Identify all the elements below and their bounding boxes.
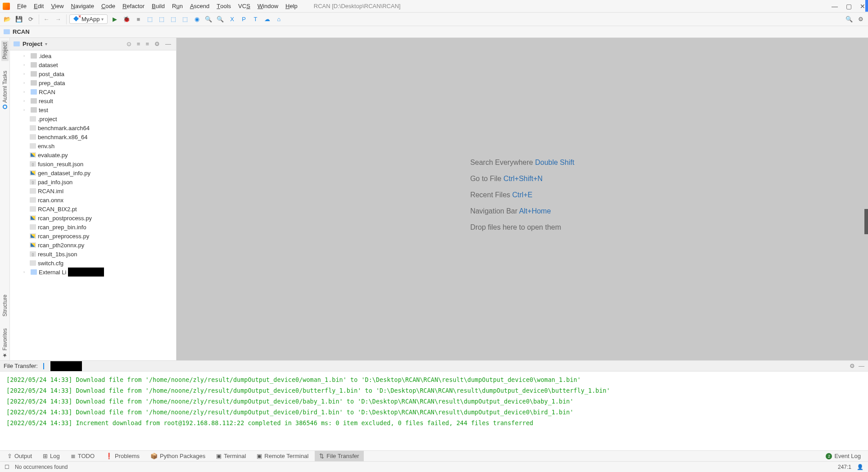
tab-event-log[interactable]: 2 Event Log xyxy=(821,451,865,461)
menu-run[interactable]: Run xyxy=(168,0,186,12)
reload-icon[interactable]: ⟳ xyxy=(26,15,35,24)
collapse-all-icon[interactable]: ≡ xyxy=(144,41,150,47)
menu-ascend[interactable]: Ascend xyxy=(186,0,213,12)
menu-refactor[interactable]: Refactor xyxy=(119,0,148,12)
tree-file[interactable]: benchmark.x86_64 xyxy=(10,132,176,141)
stop-button-icon[interactable]: ■ xyxy=(134,15,143,24)
file-icon xyxy=(30,251,36,257)
tree-folder[interactable]: ›test xyxy=(10,105,176,114)
menu-tools[interactable]: Tools xyxy=(213,0,235,12)
hide-panel-icon[interactable]: — xyxy=(164,41,172,47)
menu-code[interactable]: Code xyxy=(98,0,119,12)
expand-all-icon[interactable]: ≡ xyxy=(136,41,142,47)
locate-icon[interactable]: ⊙ xyxy=(125,41,133,47)
project-title[interactable]: Project xyxy=(23,41,42,47)
menu-view[interactable]: View xyxy=(47,0,67,12)
left-tool-gutter: Project Automl Tasks Structure ★Favorite… xyxy=(0,38,10,360)
tree-file[interactable]: env.sh xyxy=(10,141,176,150)
tab-log[interactable]: ⊞Log xyxy=(38,451,64,461)
toolbar-icon-7[interactable]: 🔍 xyxy=(216,15,225,24)
toolbar-icon-9[interactable]: P xyxy=(239,15,248,24)
tree-folder[interactable]: ›RCAN xyxy=(10,87,176,96)
tree-folder[interactable]: ›post_data xyxy=(10,69,176,78)
scroll-thumb[interactable] xyxy=(864,209,868,234)
tab-python-packages[interactable]: 📦Python Packages xyxy=(146,451,210,461)
menu-navigate[interactable]: Navigate xyxy=(68,0,98,12)
toolbar-icon-12[interactable]: ⌂ xyxy=(274,15,283,24)
tab-remote-terminal[interactable]: ▣Remote Terminal xyxy=(252,451,313,461)
tab-terminal[interactable]: ▣Terminal xyxy=(212,451,250,461)
tree-file[interactable]: pad_info.json xyxy=(10,177,176,186)
tree-file[interactable]: rcan_prep_bin.info xyxy=(10,222,176,231)
tree-folder[interactable]: ›prep_data xyxy=(10,78,176,87)
gutter-tab-structure[interactable]: Structure xyxy=(1,293,9,318)
tree-file[interactable]: rcan.onnx xyxy=(10,195,176,204)
breadcrumb-root[interactable]: RCAN xyxy=(13,28,30,35)
tree-file[interactable]: switch.cfg xyxy=(10,259,176,268)
editor-empty-area[interactable]: Search Everywhere Double ShiftGo to File… xyxy=(176,38,868,360)
tree-file[interactable]: result_1bs.json xyxy=(10,250,176,259)
tab-output[interactable]: ⇧Output xyxy=(3,451,36,461)
tree-file[interactable]: RCAN.iml xyxy=(10,186,176,195)
toolbar-icon-10[interactable]: T xyxy=(251,15,260,24)
tab-problems[interactable]: ❗Problems xyxy=(101,451,144,461)
external-libraries-node[interactable]: › External Li xyxy=(10,268,176,277)
tree-file[interactable]: evaluate.py xyxy=(10,150,176,159)
debug-button-icon[interactable]: 🐞 xyxy=(122,15,131,24)
toolbar-icon-5[interactable]: ◉ xyxy=(192,15,201,24)
gutter-tab-project[interactable]: Project xyxy=(1,41,9,61)
toolbar-icon-1[interactable]: ⬚ xyxy=(145,15,154,24)
tab-file-transfer[interactable]: ⇅File Transfer xyxy=(315,451,363,461)
tree-label: evaluate.py xyxy=(38,152,68,159)
inspection-icon[interactable]: 👤 xyxy=(857,464,863,470)
toolbar-icon-8[interactable]: X xyxy=(227,15,236,24)
tree-label: RCAN.iml xyxy=(38,188,63,195)
maximize-button[interactable]: ▢ xyxy=(846,3,852,10)
gutter-tab-favorites[interactable]: ★Favorites xyxy=(1,327,9,360)
nav-back-icon[interactable]: ← xyxy=(42,15,51,24)
tree-folder[interactable]: ›dataset xyxy=(10,60,176,69)
file-icon xyxy=(30,233,36,239)
tree-folder[interactable]: ›result xyxy=(10,96,176,105)
chevron-down-icon[interactable]: ▾ xyxy=(45,41,47,46)
tree-folder[interactable]: ›.idea xyxy=(10,51,176,60)
log-icon: ⊞ xyxy=(43,453,48,459)
menu-vcs[interactable]: VCS xyxy=(235,0,254,12)
tree-file[interactable]: RCAN_BIX2.pt xyxy=(10,204,176,213)
tab-todo[interactable]: ≣TODO xyxy=(66,451,99,461)
gutter-tab-automl[interactable]: Automl Tasks xyxy=(1,69,9,111)
toolbar-icon-11[interactable]: ☁ xyxy=(262,15,271,24)
minimize-button[interactable]: — xyxy=(832,3,838,10)
tree-file[interactable]: .project xyxy=(10,114,176,123)
tree-file[interactable]: fusion_result.json xyxy=(10,159,176,168)
tree-file[interactable]: gen_dataset_info.py xyxy=(10,168,176,177)
menu-file[interactable]: File xyxy=(14,0,30,12)
library-icon xyxy=(31,269,37,275)
panel-settings-icon[interactable]: ⚙ xyxy=(153,41,161,47)
open-icon[interactable]: 📂 xyxy=(3,15,12,24)
tree-label: rcan_pth2onnx.py xyxy=(38,242,84,249)
tree-file[interactable]: rcan_postprocess.py xyxy=(10,213,176,222)
tree-file[interactable]: rcan_preprocess.py xyxy=(10,231,176,241)
menu-help[interactable]: Help xyxy=(282,0,301,12)
toolbar-icon-2[interactable]: ⬚ xyxy=(157,15,166,24)
tree-file[interactable]: rcan_pth2onnx.py xyxy=(10,241,176,250)
menu-window[interactable]: Window xyxy=(254,0,282,12)
project-tree[interactable]: ›.idea›dataset›post_data›prep_data›RCAN›… xyxy=(10,50,176,360)
toolbar-icon-3[interactable]: ⬚ xyxy=(169,15,178,24)
close-button[interactable]: ✕ xyxy=(860,3,865,10)
file-transfer-console[interactable]: [2022/05/24 14:33] Download file from '/… xyxy=(0,372,868,450)
save-icon[interactable]: 💾 xyxy=(14,15,23,24)
toolbar-icon-4[interactable]: ⬚ xyxy=(181,15,190,24)
menu-edit[interactable]: Edit xyxy=(30,0,47,12)
run-button-icon[interactable]: ▶ xyxy=(110,15,119,24)
menu-build[interactable]: Build xyxy=(148,0,168,12)
settings-gear-icon[interactable]: ⚙ xyxy=(856,15,865,24)
search-icon[interactable]: 🔍 xyxy=(845,15,854,24)
hide-panel-icon[interactable]: — xyxy=(859,363,864,369)
panel-settings-icon[interactable]: ⚙ xyxy=(850,363,855,369)
run-configuration-selector[interactable]: MyApp ▾ xyxy=(69,14,108,24)
nav-forward-icon[interactable]: → xyxy=(54,15,63,24)
tree-file[interactable]: benchmark.aarch64 xyxy=(10,123,176,132)
toolbar-icon-6[interactable]: 🔍 xyxy=(204,15,213,24)
